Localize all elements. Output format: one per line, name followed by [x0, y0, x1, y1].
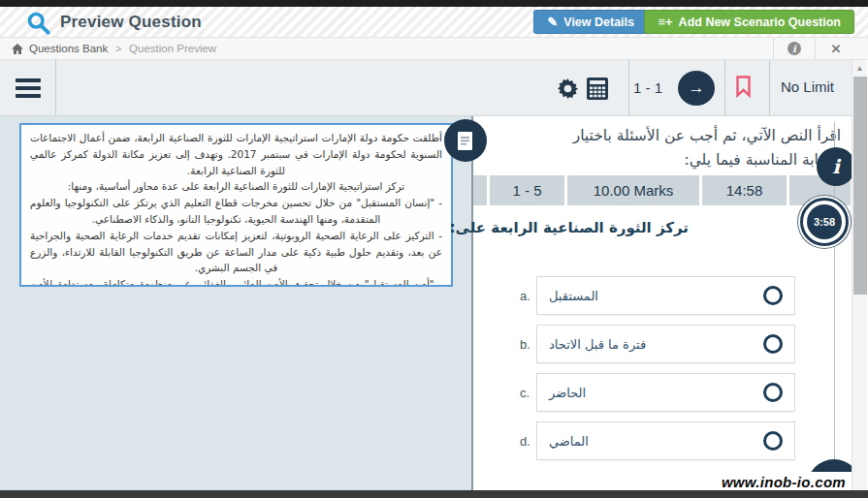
exam-toolbar: 1 - 1 → No Limit: [0, 60, 852, 116]
breadcrumb-question-preview: Question Preview: [129, 43, 216, 54]
info-icon: i: [788, 42, 801, 55]
breadcrumb-separator: >: [115, 44, 121, 54]
option-letter: a.: [520, 289, 536, 303]
scrollbar-up-arrow[interactable]: ▲: [852, 64, 867, 73]
time-limit-label: No Limit: [781, 78, 834, 95]
scrollbar-thumb[interactable]: [853, 77, 867, 295]
option-row-d: d. الماضي: [520, 421, 795, 460]
option-card-a[interactable]: المستقبل: [536, 276, 795, 315]
passage-paragraph: - "إنسان المستقبل" من خلال تحسين مخرجات …: [30, 195, 442, 228]
toolbar-divider: [769, 60, 770, 115]
option-text: المستقبل: [549, 289, 598, 303]
question-time: 14:58: [702, 175, 787, 205]
passage-paragraph: - التركيز على الرعاية الصحية الروبوتية، …: [30, 228, 442, 276]
passage-document-badge[interactable]: [444, 119, 487, 162]
option-card-b[interactable]: فترة ما قبل الاتحاد: [536, 325, 795, 363]
window-bottom-strip: [0, 490, 868, 498]
app-header: Preview Question ✎ View Details ≡+ Add N…: [0, 7, 868, 38]
breadcrumb-questions-bank[interactable]: Questions Bank: [29, 43, 108, 54]
reading-passage: أطلقت حكومة دولة الإمارات استراتيجية الإ…: [19, 123, 453, 287]
question-range: 1 - 5: [490, 175, 564, 205]
radio-button-a[interactable]: [763, 286, 783, 305]
option-card-d[interactable]: الماضي: [536, 421, 795, 460]
option-text: الماضي: [549, 434, 589, 449]
answer-options: a. المستقبل b. فترة ما قبل الاتحاد c. ال…: [520, 276, 795, 470]
option-text: الحاضر: [549, 386, 586, 400]
add-scenario-label: Add New Scenario Question: [679, 16, 841, 29]
next-question-button[interactable]: →: [678, 71, 715, 106]
breadcrumb-actions: i ✕: [773, 38, 856, 59]
radio-button-c[interactable]: [763, 383, 783, 402]
info-icon: i: [832, 155, 840, 178]
add-scenario-question-button[interactable]: ≡+ Add New Scenario Question: [644, 10, 854, 34]
option-row-b: b. فترة ما قبل الاتحاد: [520, 325, 795, 363]
menu-icon: [16, 78, 41, 82]
pencil-icon: ✎: [547, 15, 558, 29]
view-details-button[interactable]: ✎ View Details: [533, 10, 648, 34]
arrow-right-icon: →: [689, 78, 705, 98]
option-card-c[interactable]: الحاضر: [536, 373, 795, 412]
gear-icon: [557, 78, 579, 100]
breadcrumb: Questions Bank > Question Preview i ✕: [0, 38, 868, 60]
question-marks: 10.00 Marks: [567, 175, 699, 205]
watermark: www.inob-io.com: [679, 472, 852, 491]
bookmark-icon: [735, 76, 752, 98]
toolbar-divider: [628, 60, 629, 115]
option-text: فترة ما قبل الاتحاد: [549, 337, 646, 352]
close-button[interactable]: ✕: [815, 38, 856, 59]
add-list-icon: ≡+: [658, 15, 672, 29]
window-top-strip: [0, 0, 868, 7]
bookmark-button[interactable]: [735, 76, 752, 102]
toolbar-divider: [724, 60, 725, 115]
info-button[interactable]: i: [773, 38, 815, 59]
question-info-badge[interactable]: i: [817, 147, 855, 186]
question-instructions: اقرأ النص الآتي، ثم أجب عن الأسئلة باختي…: [530, 124, 841, 172]
view-details-label: View Details: [563, 16, 634, 29]
option-letter: b.: [520, 337, 536, 352]
document-icon: [457, 131, 474, 151]
option-row-c: c. الحاضر: [520, 373, 795, 412]
timer-value: 3:58: [807, 204, 842, 239]
question-pager: 1 - 1: [633, 79, 662, 96]
search-icon: [25, 10, 51, 40]
page-title: Preview Question: [60, 13, 202, 32]
option-row-a: a. المستقبل: [520, 276, 795, 315]
option-letter: c.: [520, 386, 536, 400]
close-icon: ✕: [831, 42, 842, 56]
calculator-button[interactable]: [585, 77, 610, 105]
question-text: تركز الثورة الصناعية الرابعة على:: [450, 219, 689, 236]
home-icon: [12, 44, 23, 54]
passage-paragraph: - "أمن المستقبل" من خلال تحقيق الأمن الم…: [30, 276, 442, 287]
option-letter: d.: [520, 434, 536, 449]
radio-button-b[interactable]: [763, 334, 783, 354]
settings-button[interactable]: [557, 78, 579, 104]
info-bar-stub: [473, 175, 487, 205]
toolbar-divider: [55, 60, 56, 115]
menu-button[interactable]: [16, 78, 41, 102]
question-info-bar: 1 - 5 10.00 Marks 14:58: [473, 175, 851, 205]
passage-paragraph: تركز استراتيجية الإمارات للثورة الصناعية…: [30, 178, 442, 195]
question-panel: اقرأ النص الآتي، ثم أجب عن الأسئلة باختي…: [473, 116, 851, 490]
calculator-icon: [585, 77, 610, 101]
radio-button-d[interactable]: [763, 431, 783, 451]
question-timer: 3:58: [800, 198, 849, 246]
passage-panel: أطلقت حكومة دولة الإمارات استراتيجية الإ…: [0, 116, 471, 490]
vertical-scrollbar[interactable]: ▲: [852, 60, 867, 490]
passage-paragraph: أطلقت حكومة دولة الإمارات استراتيجية الإ…: [30, 130, 442, 178]
